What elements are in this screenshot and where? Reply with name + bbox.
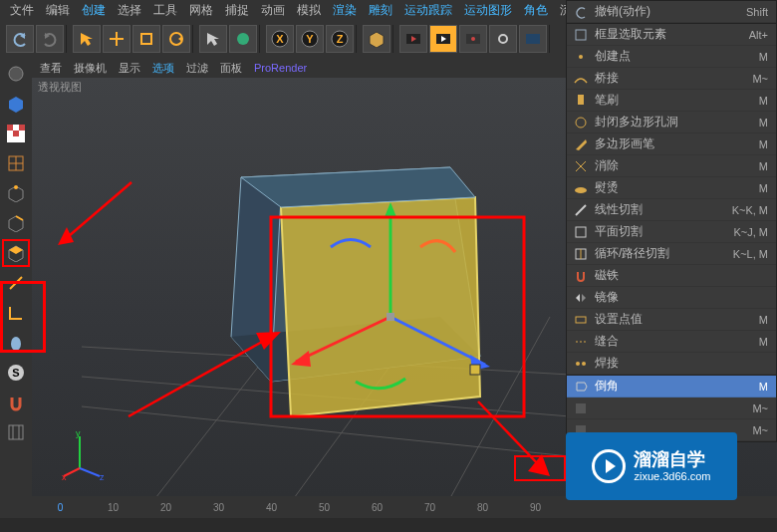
live-icon[interactable]	[229, 25, 257, 53]
corner-icon[interactable]	[2, 299, 30, 327]
ctx-bridge[interactable]: 桥接M~	[567, 68, 776, 90]
tick-40[interactable]: 40	[245, 502, 298, 513]
ctx-label: 消除	[595, 157, 753, 174]
take-icon[interactable]	[519, 25, 547, 53]
vp-tab-0[interactable]: 查看	[40, 61, 62, 76]
poly-icon[interactable]	[2, 239, 30, 267]
tex-icon[interactable]	[2, 90, 30, 118]
ctx-shortcut: M	[759, 314, 770, 326]
arrow-icon[interactable]	[73, 25, 101, 53]
svg-rect-97	[576, 403, 586, 413]
redo-icon[interactable]	[36, 25, 64, 53]
ctx-label: 框显选取元素	[595, 26, 743, 43]
menu-0[interactable]: 文件	[4, 0, 40, 21]
mesh-icon[interactable]	[2, 418, 30, 446]
axis-gizmo[interactable]: y x z	[62, 430, 112, 480]
axis-icon[interactable]	[2, 269, 30, 297]
ctx-bevel[interactable]: 倒角M	[567, 376, 776, 398]
ctx-weld[interactable]: 焊接	[567, 353, 776, 375]
ctx-brush[interactable]: 笔刷M	[567, 90, 776, 112]
ctx-stitch[interactable]: 缝合M	[567, 331, 776, 353]
ctx-set-point[interactable]: 设置点值M	[567, 309, 776, 331]
rotate-icon[interactable]	[162, 25, 190, 53]
tick-20[interactable]: 20	[139, 502, 192, 513]
mouse-icon[interactable]	[2, 329, 30, 357]
x-icon[interactable]: X	[266, 25, 294, 53]
undo-icon[interactable]	[6, 25, 34, 53]
menu-2[interactable]: 创建	[76, 0, 112, 21]
s-icon[interactable]: S	[2, 359, 30, 387]
ctx-loop-cut[interactable]: 循环/路径切割K~L, M	[567, 243, 776, 265]
menu-7[interactable]: 动画	[255, 0, 291, 21]
menu-12[interactable]: 运动图形	[458, 0, 518, 21]
vp-tab-5[interactable]: 面板	[220, 61, 242, 76]
menu-8[interactable]: 模拟	[291, 0, 327, 21]
magnet-icon[interactable]	[2, 389, 30, 416]
vp-tab-2[interactable]: 显示	[119, 61, 140, 76]
point-icon[interactable]	[2, 179, 30, 207]
vp-tab-1[interactable]: 摄像机	[74, 61, 107, 76]
svg-marker-96	[577, 383, 587, 391]
menu-6[interactable]: 捕捉	[219, 0, 255, 21]
vp-tab-6[interactable]: ProRender	[254, 62, 307, 74]
svg-rect-28	[7, 125, 13, 131]
edge-icon[interactable]	[2, 209, 30, 237]
ctx-close-hole[interactable]: 封闭多边形孔洞M	[567, 112, 776, 133]
tick-80[interactable]: 80	[456, 502, 509, 513]
ctx-iron[interactable]: 熨烫M	[567, 177, 776, 199]
svg-rect-24	[526, 34, 540, 44]
ctx-frame[interactable]: 框显选取元素Alt+	[567, 24, 776, 46]
svg-marker-16	[370, 32, 384, 48]
ctx-shortcut: M	[759, 51, 770, 63]
tick-30[interactable]: 30	[192, 502, 245, 513]
ctx-sub[interactable]: M~	[567, 398, 776, 419]
move-icon[interactable]	[103, 25, 130, 53]
ctx-label: 线性切割	[595, 201, 726, 218]
ctx-plane-cut[interactable]: 平面切割K~J, M	[567, 221, 776, 243]
ctx-magnet[interactable]: 磁铁	[567, 265, 776, 287]
menu-13[interactable]: 角色	[518, 0, 554, 21]
svg-text:Z: Z	[337, 33, 344, 45]
tick-70[interactable]: 70	[403, 502, 456, 513]
ctx-shortcut: M	[759, 336, 770, 348]
ctx-undo[interactable]: 撤销(动作)Shift	[567, 1, 776, 23]
stitch-icon	[573, 334, 589, 350]
settings-icon[interactable]	[489, 25, 517, 53]
grid-icon[interactable]	[2, 149, 30, 177]
model-icon[interactable]	[2, 60, 30, 88]
preview-icon[interactable]	[429, 25, 457, 53]
render-icon[interactable]	[399, 25, 427, 53]
menu-1[interactable]: 编辑	[40, 0, 76, 21]
pick-icon[interactable]	[199, 25, 227, 53]
menu-11[interactable]: 运动跟踪	[398, 0, 458, 21]
ctx-poly-pen[interactable]: 多边形画笔M	[567, 133, 776, 155]
menu-10[interactable]: 雕刻	[363, 0, 398, 21]
prim-cube-icon[interactable]	[363, 25, 390, 53]
scale-icon[interactable]	[132, 25, 160, 53]
menu-5[interactable]: 网格	[183, 0, 219, 21]
tick-10[interactable]: 10	[87, 502, 139, 513]
menu-4[interactable]: 工具	[147, 0, 183, 21]
ctx-mirror[interactable]: 镜像	[567, 287, 776, 309]
svg-line-40	[10, 277, 22, 289]
svg-marker-90	[576, 294, 580, 302]
tick-60[interactable]: 60	[351, 502, 403, 513]
ctx-label: 镜像	[595, 289, 762, 306]
z-icon[interactable]: Z	[326, 25, 354, 53]
ctx-shortcut: M	[759, 138, 770, 150]
menu-3[interactable]: 选择	[112, 0, 147, 21]
ctx-point[interactable]: 创建点M	[567, 46, 776, 68]
vp-tab-4[interactable]: 过滤	[186, 61, 208, 76]
poly-pen-icon	[573, 136, 589, 152]
svg-marker-26	[9, 97, 23, 113]
render-out-icon[interactable]	[459, 25, 487, 53]
tick-90[interactable]: 90	[509, 502, 562, 513]
checker-icon[interactable]	[2, 120, 30, 147]
tick-50[interactable]: 50	[298, 502, 351, 513]
y-icon[interactable]: Y	[296, 25, 324, 53]
ctx-knife[interactable]: 线性切割K~K, M	[567, 199, 776, 221]
vp-tab-3[interactable]: 选项	[152, 61, 174, 76]
menu-9[interactable]: 渲染	[327, 0, 363, 21]
ctx-dissolve[interactable]: 消除M	[567, 155, 776, 177]
tick-0[interactable]: 0	[34, 502, 87, 513]
